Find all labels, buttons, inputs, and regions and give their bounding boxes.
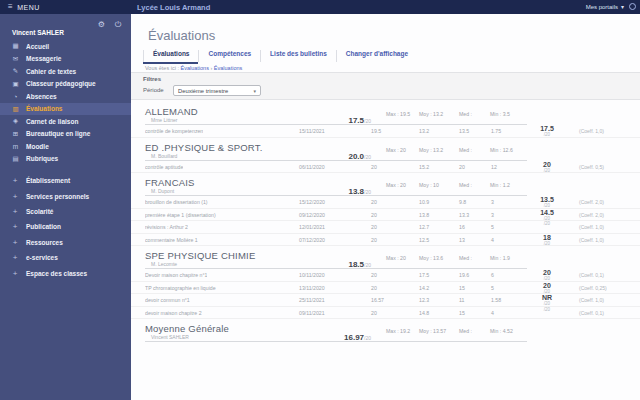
subject-teacher: M. Dupont (151, 188, 174, 194)
sidebar-item[interactable]: ◈ Carnet de liaison (0, 115, 131, 128)
subject-stat-med: Med : (459, 182, 472, 188)
tab-bar: Évaluations Compétences Liste des bullet… (143, 50, 417, 62)
evaluation-moy: 13.2 (419, 128, 429, 134)
sidebar-section-item[interactable]: + Établissement (0, 173, 131, 188)
subject-stat-max: Max : 19.5 (386, 111, 410, 117)
subject-header: ED .PHYSIQUE & SPORT. M. Bouillard 20.0/… (131, 142, 640, 161)
evaluation-med: 9.8 (459, 199, 466, 205)
sidebar-nav: ▦ Accueil ✉ Messagerie ✎ Cahier de texte… (0, 40, 131, 165)
tab[interactable]: Évaluations (143, 50, 198, 62)
subject-average: 16.97/20 (327, 326, 371, 344)
subject-stat-min: Min : 3.5 (490, 111, 510, 117)
menu-button[interactable]: ≡ MENU (8, 0, 40, 14)
evaluation-note: 18/20 (525, 234, 569, 246)
grades-table: ALLEMAND Mme Littner 17.5/20 Max : 19.5 … (131, 106, 640, 346)
sidebar-item[interactable]: ✎ Cahier de textes (0, 65, 131, 78)
evaluation-moy: 12.7 (419, 224, 429, 230)
tab[interactable]: Changer d'affichage (336, 50, 417, 62)
evaluation-note: 20/20 (525, 269, 569, 281)
evaluation-coeff: (Coeff. 1,0) (579, 128, 604, 134)
sidebar-item-icon: ◔ (11, 93, 20, 100)
sidebar-item[interactable]: ◔ Absences (0, 90, 131, 103)
breadcrumb-current[interactable]: Évaluations (214, 65, 242, 71)
sidebar-section-label: Établissement (26, 177, 70, 184)
tab[interactable]: Liste des bulletins (260, 50, 336, 62)
evaluation-row: Devoir maison chapitre n°1 10/11/2020 20… (131, 269, 640, 282)
sidebar-section-item[interactable]: + Ressources (0, 235, 131, 250)
evaluation-moy: 13.8 (419, 212, 429, 218)
subject-header: Moyenne Générale Vincent SAHLER 16.97/20… (131, 323, 640, 342)
evaluation-rows: Devoir maison chapitre n°1 10/11/2020 20… (131, 269, 640, 319)
evaluation-title: TP chromatographie en liquide (145, 285, 216, 291)
filters-title: Filtres (143, 76, 161, 82)
evaluation-med: 15 (459, 285, 465, 291)
sidebar-section-item[interactable]: + Espace des classes (0, 265, 131, 280)
subject-stat-moy: Moy : 10 (419, 182, 439, 188)
subject-teacher: M. Bouillard (151, 153, 177, 159)
hamburger-icon: ≡ (8, 3, 13, 11)
breadcrumb-link-home[interactable]: Évaluations (180, 65, 208, 71)
subject-block: Moyenne Générale Vincent SAHLER 16.97/20… (131, 323, 640, 342)
sidebar-item[interactable]: ▦ Accueil (0, 40, 131, 53)
evaluation-row: brouillon de dissertation (1) 15/12/2020… (131, 196, 640, 209)
sidebar-item[interactable]: ▤ Rubriques (0, 153, 131, 166)
evaluation-coeff: (Coeff. 0,5) (579, 164, 604, 170)
sidebar-item-icon: ✎ (11, 67, 20, 75)
sidebar-item-label: Rubriques (26, 155, 58, 162)
evaluation-row: première étape 1 (dissertation) 09/12/20… (131, 209, 640, 222)
subject-stat-min: Min : 1.2 (490, 182, 510, 188)
logout-icon[interactable]: ⏻ (115, 20, 121, 30)
evaluation-max: 20 (371, 212, 377, 218)
evaluation-note: 13.5/20 (525, 196, 569, 208)
evaluation-med: 20 (459, 164, 465, 170)
sidebar-item[interactable]: ▣ Classeur pédagogique (0, 78, 131, 91)
user-icon[interactable] (629, 3, 636, 10)
evaluation-min: 4 (491, 237, 494, 243)
evaluation-date: 12/01/2021 (299, 224, 325, 230)
sidebar-section-item[interactable]: + e-services (0, 250, 131, 265)
evaluation-title: contrôle aptitude (145, 164, 183, 170)
evaluation-date: 25/11/2021 (299, 297, 325, 303)
sidebar-item[interactable]: ⊞ Bureautique en ligne (0, 128, 131, 141)
sidebar-section-item[interactable]: + Services personnels (0, 188, 131, 203)
evaluation-title: devoir commun n°1 (145, 297, 190, 303)
evaluation-max: 20 (371, 310, 377, 316)
evaluation-note: /20 (525, 221, 569, 226)
evaluation-max: 20 (371, 285, 377, 291)
menu-label: MENU (17, 4, 40, 11)
subject-stat-max: Max : 19.2 (386, 328, 410, 334)
period-label: Période (143, 87, 164, 93)
plus-icon: + (11, 176, 19, 185)
top-bar: ≡ MENU Lycée Louis Armand Mes portails ▾ (0, 0, 640, 14)
sidebar-item[interactable]: m Moodle (0, 140, 131, 153)
subject-header: ALLEMAND Mme Littner 17.5/20 Max : 19.5 … (131, 106, 640, 125)
subject-name: ALLEMAND (145, 106, 198, 117)
evaluation-min: 5 (491, 285, 494, 291)
sidebar-item-icon: m (11, 143, 20, 150)
evaluation-row: contrôle de kompetenzen 15/11/2021 19.5 … (131, 125, 640, 138)
sidebar-item[interactable]: ▥ Évaluations (0, 103, 131, 116)
settings-icon[interactable]: ⚙ (98, 20, 105, 29)
period-select[interactable]: Deuxième trimestre ▾ (173, 85, 261, 96)
sidebar-section-label: e-services (26, 254, 58, 261)
evaluation-date: 15/11/2021 (299, 128, 325, 134)
evaluation-row: révisions : Arthur 2 12/01/2021 20 12.7 … (131, 221, 640, 234)
school-title: Lycée Louis Armand (137, 3, 210, 12)
subject-stat-med: Med : (459, 255, 472, 261)
plus-icon: + (11, 253, 19, 262)
tab[interactable]: Compétences (198, 50, 260, 62)
evaluation-min: 12 (491, 164, 497, 170)
portals-dropdown[interactable]: Mes portails ▾ (586, 3, 624, 10)
evaluation-title: devoir maison chapitre 2 (145, 310, 202, 316)
subject-stat-min: Min : 1.9 (490, 255, 510, 261)
sidebar-item-label: Évaluations (26, 105, 62, 112)
sidebar-item[interactable]: ✉ Messagerie (0, 53, 131, 66)
sidebar-section-label: Espace des classes (26, 270, 87, 277)
evaluation-max: 20 (371, 272, 377, 278)
chevron-down-icon: ▾ (621, 3, 624, 10)
evaluation-row: TP chromatographie en liquide 13/11/2020… (131, 282, 640, 295)
sidebar-section-item[interactable]: + Scolarité (0, 204, 131, 219)
chevron-down-icon: ▾ (253, 88, 256, 94)
subject-name: ED .PHYSIQUE & SPORT. (145, 142, 263, 153)
sidebar-section-item[interactable]: + Publication (0, 219, 131, 234)
